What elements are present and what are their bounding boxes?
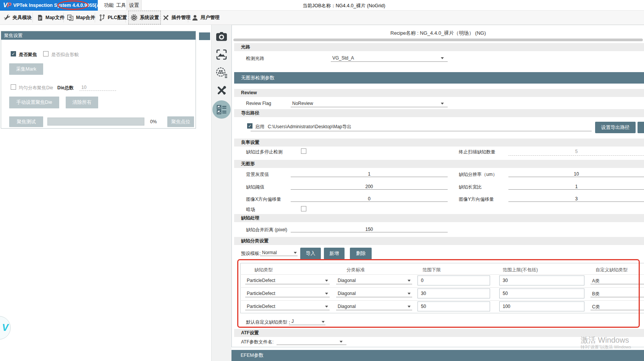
defect-type-dropdown[interactable]: ParticleDefect	[245, 277, 330, 284]
image-capture-icon[interactable]	[215, 48, 228, 61]
export-path-value: C:\Users\Administrator\Desktop\Map导出	[268, 124, 351, 130]
import-button[interactable]: 导入	[300, 248, 321, 259]
default-custom-type-dropdown[interactable]: J	[289, 317, 325, 325]
horizontal-scrollbar[interactable]	[233, 39, 643, 41]
custom-type-dropdown[interactable]: C类	[591, 303, 644, 310]
darkfield-checkbox[interactable]	[301, 206, 306, 211]
focus-enable-checkbox[interactable]: ✓	[11, 51, 16, 56]
toolbar-fixture-module[interactable]: 夹具模块	[2, 11, 33, 24]
delete-button[interactable]: 删除	[350, 248, 372, 259]
chevron-down-icon	[325, 306, 328, 308]
parameter-checklist-icon[interactable]	[212, 100, 231, 119]
chevron-down-icon	[325, 280, 328, 282]
title-bar: VP VPTek Inspection System 4.4.0.9055[Ad…	[0, 0, 644, 11]
toolbar-map-merge[interactable]: Map合并	[65, 11, 97, 24]
chevron-down-icon	[408, 293, 411, 295]
menu-settings[interactable]: 设置	[126, 0, 142, 11]
table-row-separator	[240, 287, 644, 288]
darkfield-label: 暗场	[246, 206, 255, 213]
chevron-down-icon	[408, 280, 411, 282]
toolbar-system-settings[interactable]: 系统设置	[128, 11, 161, 24]
col-header-custom-type: 自定义缺陷类型	[595, 267, 628, 273]
upper-limit-input[interactable]: 100	[499, 301, 584, 311]
review-flag-label: Review Flag	[246, 101, 271, 106]
defect-threshold-label: 缺陷阈值	[246, 184, 264, 190]
section-light-path: 光路	[234, 43, 644, 51]
current-job-label: 当前JOB名称：NG4.4.0_裸片 (NoGrid)	[303, 3, 385, 9]
camera-icon[interactable]	[215, 31, 228, 43]
defect-type-dropdown[interactable]: ParticleDefect	[245, 290, 330, 297]
toolbar-user-manager[interactable]: 用户管理	[190, 11, 221, 24]
toolbar-plc-config[interactable]: PLC配置	[97, 11, 128, 24]
plc-icon	[99, 14, 106, 21]
focus-progress-bar	[47, 118, 144, 126]
focus-test-button[interactable]: 聚焦测试	[9, 116, 43, 127]
distribute-die-checkbox[interactable]	[11, 84, 16, 90]
bg-gray-label: 背景灰度值	[246, 171, 269, 178]
focus-settings-panel: 聚焦设置 ✓ 是否聚焦 是否拟合形貌 采集Mark 均匀分布聚焦Die Die总…	[1, 31, 196, 129]
focus-panel-title: 聚焦设置	[1, 31, 196, 40]
collect-mark-button[interactable]: 采集Mark	[9, 63, 43, 75]
upper-limit-input[interactable]: 50	[499, 288, 584, 298]
bg-gray-underline	[291, 170, 448, 177]
standard-dropdown[interactable]: Diagonal	[336, 277, 412, 284]
preset-template-dropdown[interactable]: Normal	[260, 248, 298, 256]
map-file-icon	[37, 14, 44, 21]
col-header-lower: 范围下限	[422, 267, 441, 273]
col-header-standard: 分类标准	[346, 267, 365, 273]
set-export-path-button[interactable]: 设置导出路径	[595, 122, 636, 133]
aspect-ratio-underline	[508, 183, 644, 190]
clipped-edge-button[interactable]	[638, 122, 644, 133]
merge-distance-label: 缺陷合并距离 (pixel)	[246, 227, 287, 233]
fit-shape-checkbox[interactable]	[43, 51, 49, 56]
chevron-down-icon	[340, 341, 343, 343]
image-y-offset-label: 图像Y方向偏移量	[459, 196, 494, 203]
standard-dropdown[interactable]: Diagonal	[336, 290, 412, 297]
scan-stop-count-underline	[508, 150, 644, 156]
custom-type-dropdown[interactable]: A类	[591, 277, 644, 284]
windows-activation-watermark-sub: 转到“设置”以激活 Windows	[581, 344, 631, 350]
section-yield: 良率设置	[234, 139, 644, 147]
table-row-separator	[240, 300, 644, 301]
chevron-down-icon	[408, 306, 411, 308]
lower-limit-input[interactable]: 0	[417, 276, 490, 285]
section-export-path: 导出路径	[234, 109, 644, 117]
section-defect-classify: 缺陷分类设置	[234, 237, 644, 245]
export-path-field[interactable]: C:\Users\Administrator\Desktop\Map导出	[251, 121, 592, 131]
wafer-map-icon[interactable]	[215, 66, 228, 79]
distribute-die-label: 均匀分布聚焦Die	[19, 85, 53, 91]
upper-limit-input[interactable]: 30	[499, 276, 584, 285]
app-title: VPTek Inspection System 4.4.0.9055[Admin…	[13, 3, 113, 8]
section-review: Review	[234, 89, 644, 97]
scan-stop-count-label: 终止扫描缺陷数量	[459, 149, 495, 155]
defect-resolution-label: 缺陷分辨率（um）	[459, 171, 497, 178]
custom-type-dropdown[interactable]: B类	[591, 290, 644, 297]
vptek-logo-icon: VP	[3, 2, 11, 9]
panel-header-sliver	[199, 32, 210, 40]
atf-file-dropdown[interactable]	[277, 337, 346, 345]
clear-all-button[interactable]: 清除所有	[66, 97, 98, 108]
image-x-offset-label: 图像X方向偏移量	[246, 196, 281, 203]
detect-light-path-dropdown[interactable]: VG_Std_A	[331, 54, 448, 62]
col-header-defect-type: 缺陷类型	[254, 267, 273, 273]
section-patternless: 无图形	[234, 160, 644, 168]
stop-on-defects-checkbox[interactable]	[301, 148, 306, 154]
review-flag-dropdown[interactable]: NoReview	[291, 100, 448, 107]
standard-dropdown[interactable]: Diagonal	[336, 303, 412, 310]
chevron-down-icon	[441, 57, 444, 59]
chevron-down-icon	[294, 252, 297, 254]
fixture-icon	[3, 14, 11, 21]
add-button[interactable]: 新增	[324, 248, 345, 259]
lower-limit-input[interactable]: 30	[417, 288, 490, 298]
toolbar-plugin-manager[interactable]: 插件管理	[160, 11, 192, 24]
focus-points-button[interactable]: 聚焦点位	[167, 116, 194, 127]
focus-progress-text: 0%	[150, 119, 157, 124]
tools-icon[interactable]	[215, 84, 228, 97]
manual-set-focus-die-button[interactable]: 手动设置聚焦Die	[9, 97, 59, 108]
aspect-ratio-label: 缺陷长宽比	[459, 184, 482, 190]
toolbar-map-file[interactable]: Map文件	[35, 11, 66, 24]
floating-logo-button[interactable]: V	[0, 316, 11, 340]
lower-limit-input[interactable]: 50	[417, 301, 490, 311]
defect-threshold-underline	[291, 183, 448, 190]
defect-type-dropdown[interactable]: ParticleDefect	[245, 303, 330, 310]
